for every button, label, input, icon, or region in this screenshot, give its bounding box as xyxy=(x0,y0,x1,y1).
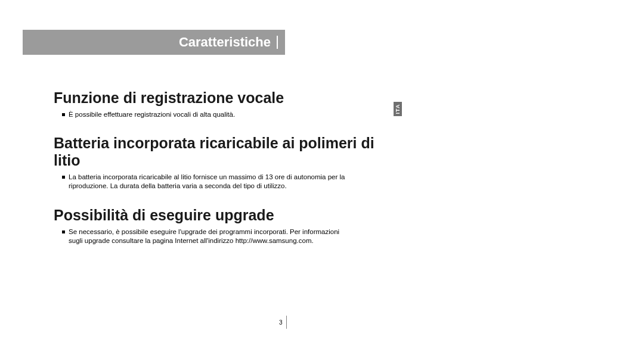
header-title: Caratteristiche xyxy=(179,35,271,50)
header-bar: Caratteristiche xyxy=(23,30,285,55)
bullet-item: Se necessario, è possibile eseguire l'up… xyxy=(54,228,388,246)
bullet-text: La batteria incorporata ricaricabile al … xyxy=(69,173,349,191)
bullet-icon xyxy=(62,113,65,116)
page-root: Caratteristiche ITA Funzione di registra… xyxy=(0,0,644,349)
page-divider-icon xyxy=(286,316,287,329)
section-title: Possibilità di eseguire upgrade xyxy=(54,207,388,224)
page-number: 3 xyxy=(279,319,283,326)
section-voice-recording: Funzione di registrazione vocale È possi… xyxy=(54,89,388,119)
section-upgrade: Possibilità di eseguire upgrade Se neces… xyxy=(54,207,388,246)
bullet-icon xyxy=(62,176,65,179)
bullet-item: La batteria incorporata ricaricabile al … xyxy=(54,173,388,191)
bullet-item: È possibile effettuare registrazioni voc… xyxy=(54,110,388,120)
bullet-text: È possibile effettuare registrazioni voc… xyxy=(69,110,235,120)
section-title: Funzione di registrazione vocale xyxy=(54,89,388,107)
section-title: Batteria incorporata ricaricabile ai pol… xyxy=(54,135,388,169)
content-area: Funzione di registrazione vocale È possi… xyxy=(54,89,388,261)
header-divider-icon xyxy=(277,36,278,49)
bullet-text: Se necessario, è possibile eseguire l'up… xyxy=(69,228,349,246)
page-number-area: 3 xyxy=(279,316,287,329)
bullet-icon xyxy=(62,230,65,233)
section-battery: Batteria incorporata ricaricabile ai pol… xyxy=(54,135,388,191)
language-tab: ITA xyxy=(394,102,402,116)
